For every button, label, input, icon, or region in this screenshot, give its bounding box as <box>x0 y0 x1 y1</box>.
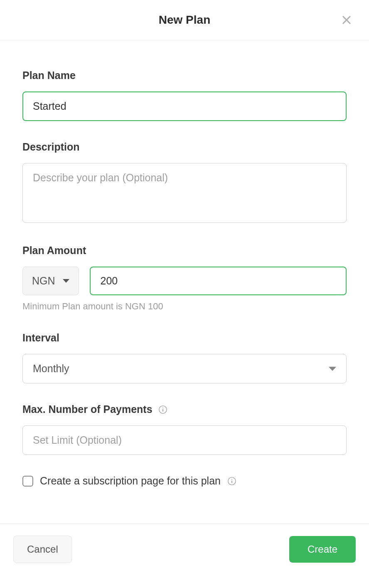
modal-footer: Cancel Create <box>0 524 369 588</box>
interval-label: Interval <box>22 332 347 344</box>
info-icon[interactable] <box>227 477 236 486</box>
max-payments-input[interactable] <box>22 425 347 455</box>
amount-row: NGN <box>22 267 347 295</box>
info-icon[interactable] <box>158 405 167 414</box>
modal-header: New Plan <box>0 0 369 40</box>
caret-down-icon <box>63 279 69 283</box>
subscription-page-label: Create a subscription page for this plan <box>40 475 221 487</box>
plan-name-group: Plan Name <box>22 69 347 121</box>
currency-value: NGN <box>32 275 55 287</box>
cancel-button[interactable]: Cancel <box>13 536 72 563</box>
interval-group: Interval Monthly <box>22 332 347 383</box>
svg-point-7 <box>231 479 232 479</box>
interval-value: Monthly <box>33 363 69 375</box>
caret-down-icon <box>329 367 336 371</box>
max-payments-label-row: Max. Number of Payments <box>22 403 347 415</box>
subscription-page-row: Create a subscription page for this plan <box>22 475 347 487</box>
description-group: Description <box>22 141 347 225</box>
plan-amount-group: Plan Amount NGN Minimum Plan amount is N… <box>22 245 347 312</box>
plan-amount-label: Plan Amount <box>22 245 347 257</box>
description-label: Description <box>22 141 347 153</box>
modal-title: New Plan <box>159 13 210 27</box>
currency-select[interactable]: NGN <box>22 267 79 295</box>
interval-select[interactable]: Monthly <box>22 354 347 383</box>
subscription-page-checkbox[interactable] <box>22 476 33 487</box>
amount-helper-text: Minimum Plan amount is NGN 100 <box>22 301 347 312</box>
svg-point-4 <box>162 407 163 408</box>
close-icon[interactable] <box>341 14 352 26</box>
max-payments-group: Max. Number of Payments <box>22 403 347 455</box>
description-input[interactable] <box>22 163 347 223</box>
form-body: Plan Name Description Plan Amount NGN Mi… <box>0 40 369 504</box>
plan-name-label: Plan Name <box>22 69 347 82</box>
create-button[interactable]: Create <box>289 536 356 563</box>
amount-input[interactable] <box>90 267 347 295</box>
max-payments-label: Max. Number of Payments <box>22 403 153 415</box>
plan-name-input[interactable] <box>22 91 347 121</box>
